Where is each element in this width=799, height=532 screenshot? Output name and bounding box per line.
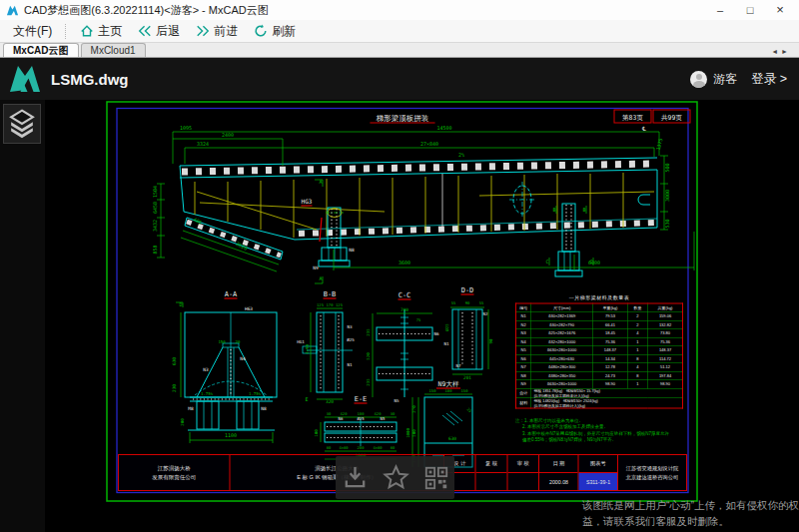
title-block-col-date: 日 期2000.08 [539,455,579,490]
cad-dim-label: 170 [327,302,335,307]
window-titlebar: CAD梦想画图(6.3.20221114)<游客> - MxCAD云图 – □ … [0,0,799,20]
mat-cell: 4 [627,363,648,372]
drawing-filename: LSMG.dwg [51,71,129,88]
mat-row: N2δ30×282×79066.412132.82 [516,320,683,329]
cad-dim-label: 25 [466,406,473,413]
floating-toolbar [336,456,454,499]
cad-dim-label: 55 [451,300,456,305]
cad-dim-label: N8 [261,406,267,411]
cad-dim-label: 530 [664,219,670,228]
mat-cell: N5 [516,346,531,355]
cad-dim-label: M8 [188,406,194,411]
left-sidebar [0,100,45,532]
cad-dim-label: 320 [326,399,334,404]
close-button[interactable]: × [765,1,795,19]
back-icon [138,24,152,38]
title-block-designer: 江苏省交通规划设计院 北京建达道桥咨询公司 [618,455,686,490]
cad-dim-label: D-D [461,286,474,294]
layers-button[interactable] [3,104,41,144]
cad-canvas[interactable]: 第83页 共99页 [45,100,799,532]
workspace: 第83页 共99页 [0,100,799,532]
mat-cell: δ480×280×300 [531,363,593,372]
cad-dim-label: Ø25 [357,416,365,421]
cad-dim-label: 100 [314,429,319,437]
cad-dim-label: B-B [324,290,337,298]
cad-dim-label: 1375 [655,138,664,151]
page-badges: 第83页 共99页 [614,110,690,123]
mat-summary-row: 合计钢板 1851.78(kg) 螺栓M150× 15.7(kg)(0.9%锈蚀… [516,388,683,398]
cad-dim-label: 630 [448,436,456,441]
app-icon [6,4,19,17]
forward-button[interactable]: 前进 [188,21,246,42]
mat-cell: 2 [627,312,648,321]
mat-cell: N1 [516,312,531,321]
copyright-notice: 该图纸是网上用户“心动”上传，如有侵权你的权益，请联系我们客服及时删除。 [582,498,799,530]
material-table: 一片梯形梁材料及数量表 编号尺寸(mm)单重(kg)数量共重(kg)N1δ30×… [515,294,683,409]
cad-dim-label: 100 [445,388,453,393]
layers-icon [7,108,37,140]
cad-dim-label: A [319,179,322,185]
menu-separator [65,24,66,39]
cad-dim-label: N5 [381,416,386,421]
mat-cell: 12.78 [593,363,627,372]
cad-dim-label: 520 [366,352,371,360]
cad-dim-label: 500 [411,429,416,437]
mat-cell: 1 [627,337,648,346]
cad-dim-label: 201 [463,375,471,380]
maximize-button[interactable]: □ [735,1,765,19]
user-chip[interactable]: 游客 [690,71,737,88]
app-window: CAD梦想画图(6.3.20221114)<游客> - MxCAD云图 – □ … [0,0,799,532]
mat-cell: δ630×280×1000 [531,380,593,389]
cad-dim-label: B [552,207,555,213]
home-button[interactable]: 主页 [72,21,130,42]
mat-header-cell: 共重(kg) [648,303,683,312]
cad-dim-label: N5 [394,398,400,403]
mat-cell: 98.90 [648,380,683,389]
cad-dim-label: 1095 [180,125,192,131]
tab-mxcloud1[interactable]: MxCloud1 [81,43,146,57]
cad-dim-label: 2400 [222,132,234,138]
material-table-title: 一片梯形梁材料及数量表 [515,294,683,301]
cad-dim-label: 20 [236,339,241,344]
tab-scroll-arrows[interactable]: ◄► [771,48,791,57]
file-menu[interactable]: 文件(F) [6,21,59,42]
mat-header-cell: 数量 [627,303,648,312]
minimize-button[interactable]: – [705,1,735,19]
cad-dim-label: 1000 [405,428,410,438]
mat-summary-body: 钢板 1851.78(kg) 螺栓M150× 15.7(kg)(0.9%锈蚀及加… [531,388,683,398]
mat-cell: 4 [627,329,648,338]
cad-dim-label: N6 [433,331,439,336]
cad-dim-label: 梯形梁顶板拼装 [376,114,429,123]
mat-cell: 75.36 [593,337,627,346]
mat-cell: 148.37 [593,346,627,355]
refresh-button[interactable]: 刷新 [246,21,304,42]
cad-dim-label: 30 [327,411,332,416]
star-icon[interactable] [382,464,410,492]
cad-dim-label: 1504 [152,186,158,198]
download-icon[interactable] [342,464,369,491]
mat-cell: 148.37 [648,346,683,355]
mat-cell: δ32×280×1000 [531,337,593,346]
mat-cell: N2 [516,320,531,329]
forward-icon [196,24,210,38]
cad-dim-label: 30 [391,411,396,416]
back-button[interactable]: 后退 [130,21,188,42]
tab-mxcad-cloud[interactable]: MxCAD云图 [3,43,79,57]
qrcode-icon[interactable] [423,465,449,491]
cad-dim-label: 90 [488,338,493,343]
mat-cell: 1 [627,380,648,389]
cad-dim-label: 6458 [152,202,158,214]
cad-dim-label: N9大样 [438,380,459,388]
cad-dim-label: 2% [458,152,464,158]
title-block-col-number: 图表号S311-39-1 [579,455,618,490]
mat-cell: 73.80 [648,329,683,338]
cad-dim-label: 27×840 [420,141,438,147]
cad-dim-label: 630 [172,357,177,365]
avatar-icon [690,71,707,88]
tab-bar: MxCAD云图 MxCloud1 ◄► [0,43,799,58]
mat-row: N8δ380×280×35024.738197.84 [516,371,683,380]
cad-dim-label: 700 [400,307,408,312]
mat-cell: N8 [516,371,531,380]
cad-dim-label: 150 [429,388,437,393]
login-button[interactable]: 登录 > [751,71,787,88]
